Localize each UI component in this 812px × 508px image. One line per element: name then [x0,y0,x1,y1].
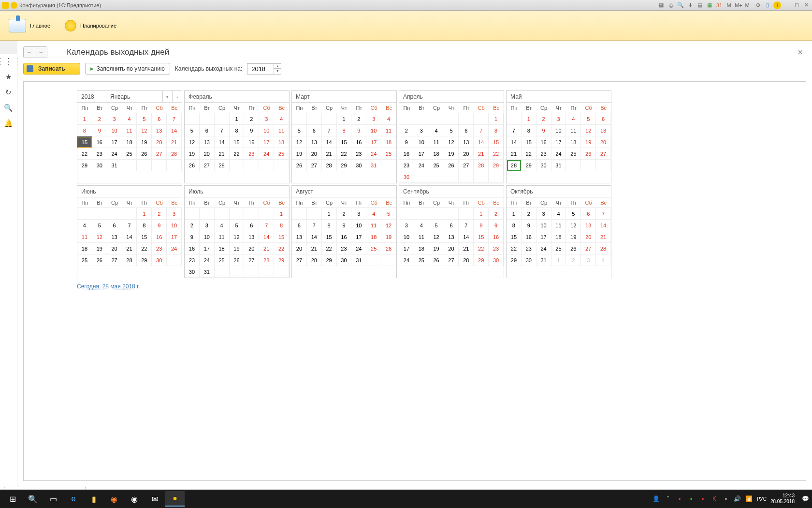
day-cell[interactable]: 21 [474,148,489,160]
day-cell[interactable]: 4 [566,113,581,125]
day-cell[interactable]: 13 [244,231,259,243]
day-cell[interactable]: 1 [507,208,522,220]
day-cell[interactable]: 24 [351,243,366,254]
day-cell[interactable]: 16 [351,136,366,148]
day-cell[interactable]: 2 [566,254,581,266]
close-window-icon[interactable]: ✕ [802,1,810,9]
day-cell[interactable]: 6 [581,208,596,220]
day-cell[interactable]: 15 [522,136,536,148]
start-button[interactable]: ⊞ [3,491,22,507]
day-cell[interactable]: 4 [551,208,566,220]
day-cell[interactable]: 19 [581,136,596,148]
nav-planning[interactable]: Планирование [65,20,116,31]
day-cell[interactable]: 29 [474,254,489,266]
day-cell[interactable]: 28 [215,160,230,171]
day-cell[interactable]: 24 [414,160,429,171]
day-cell[interactable]: 19 [444,148,459,160]
maximize-icon[interactable]: ◻ [793,1,800,9]
day-cell[interactable]: 20 [107,243,122,254]
day-cell[interactable] [215,208,230,220]
day-cell[interactable]: 30 [185,266,200,278]
day-cell[interactable]: 5 [566,208,581,220]
day-cell[interactable]: 6 [152,113,167,125]
day-cell[interactable]: 25 [429,160,444,171]
day-cell[interactable]: 20 [244,243,259,254]
day-cell[interactable]: 12 [230,231,245,243]
day-cell[interactable]: 28 [307,254,322,266]
day-cell[interactable] [259,160,274,171]
day-cell[interactable]: 22 [77,148,92,160]
day-cell[interactable]: 28 [459,254,474,266]
month-next-icon[interactable]: › [172,91,182,102]
zoom-icon[interactable]: ⊕ [754,1,762,9]
day-cell[interactable]: 12 [381,220,396,231]
day-cell[interactable]: 15 [507,231,522,243]
day-cell[interactable]: 1 [337,113,352,125]
day-cell[interactable]: 13 [152,125,167,136]
day-cell[interactable]: 7 [259,220,274,231]
day-cell[interactable] [489,171,504,183]
day-cell[interactable]: 28 [474,160,489,171]
day-cell[interactable]: 4 [274,113,289,125]
day-cell[interactable]: 1 [322,208,337,220]
day-cell[interactable]: 29 [522,160,536,171]
day-cell[interactable]: 24 [551,148,566,160]
day-cell[interactable]: 13 [107,231,122,243]
day-cell[interactable]: 20 [307,148,322,160]
day-cell[interactable]: 7 [122,220,137,231]
day-cell[interactable] [429,208,444,220]
day-cell[interactable]: 12 [92,231,107,243]
day-cell[interactable] [581,160,596,171]
day-cell[interactable]: 30 [522,254,536,266]
day-cell[interactable]: 30 [351,160,366,171]
day-cell[interactable]: 26 [230,254,245,266]
day-cell[interactable]: 23 [351,148,366,160]
year-down-icon[interactable]: ▼ [274,69,281,74]
panel-icon[interactable]: ▯ [764,1,771,9]
minimize-icon[interactable]: – [783,1,791,9]
day-cell[interactable]: 29 [137,254,152,266]
day-cell[interactable]: 22 [507,243,522,254]
day-cell[interactable]: 8 [474,220,489,231]
day-cell[interactable]: 12 [185,136,200,148]
day-cell[interactable]: 6 [200,125,215,136]
day-cell[interactable] [459,113,474,125]
day-cell[interactable] [414,113,429,125]
day-cell[interactable]: 13 [200,136,215,148]
day-cell[interactable] [167,254,182,266]
day-cell[interactable] [429,113,444,125]
tray-app1-icon[interactable]: ▪ [676,495,683,503]
day-cell[interactable]: 4 [381,113,396,125]
day-cell[interactable]: 28 [507,160,522,171]
day-cell[interactable]: 25 [566,148,581,160]
m-icon[interactable]: M [725,1,733,9]
day-cell[interactable]: 26 [429,254,444,266]
day-cell[interactable]: 13 [581,220,596,231]
day-cell[interactable]: 16 [522,231,536,243]
day-cell[interactable]: 16 [185,243,200,254]
day-cell[interactable]: 17 [414,148,429,160]
day-cell[interactable]: 23 [337,243,352,254]
day-cell[interactable] [381,160,396,171]
tool-icon[interactable]: ▦ [657,1,665,9]
day-cell[interactable]: 25 [77,254,92,266]
tray-app5-icon[interactable]: ▫ [722,495,730,503]
day-cell[interactable]: 8 [137,220,152,231]
day-cell[interactable]: 26 [185,160,200,171]
day-cell[interactable]: 2 [244,113,259,125]
day-cell[interactable]: 23 [152,243,167,254]
day-cell[interactable]: 13 [444,231,459,243]
day-cell[interactable] [444,171,459,183]
day-cell[interactable]: 5 [230,220,245,231]
day-cell[interactable] [200,208,215,220]
day-cell[interactable]: 27 [152,148,167,160]
day-cell[interactable] [307,113,322,125]
1c-taskbar-icon[interactable]: ● [165,491,185,507]
day-cell[interactable]: 31 [107,160,122,171]
firefox-icon[interactable]: ◉ [104,491,124,507]
day-cell[interactable]: 17 [399,243,414,254]
close-page-icon[interactable]: ✕ [795,48,806,56]
day-cell[interactable]: 29 [489,160,504,171]
day-cell[interactable] [244,160,259,171]
day-cell[interactable]: 16 [399,148,414,160]
